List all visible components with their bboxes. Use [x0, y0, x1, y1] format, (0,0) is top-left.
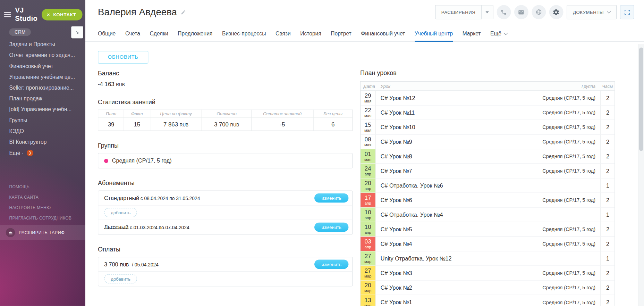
- lesson-table-body: 29 мая C# Урок №12 Средняя (СР/17, 5 год…: [361, 91, 615, 306]
- lesson-group: Средняя (СР/17, 5 год): [542, 197, 600, 203]
- sidebar-menu-item[interactable]: Отчет времени по задач...: [9, 52, 85, 58]
- sidebar-menu-item[interactable]: [old] Управление учебн...: [9, 106, 85, 113]
- sidebar-footer-link[interactable]: КАРТА САЙТА: [9, 195, 71, 200]
- lesson-date-cell: 15 мая: [361, 120, 375, 134]
- stats-col-header: Без цены: [314, 110, 353, 118]
- tab[interactable]: История: [300, 27, 321, 42]
- lesson-name: C# Отработка. Урок №4: [381, 212, 443, 218]
- sidebar-menu-item[interactable]: План продаж: [9, 96, 85, 102]
- tab[interactable]: Учебный центр: [415, 27, 453, 42]
- crm-badge: CRM: [9, 28, 31, 36]
- tab[interactable]: Связи: [276, 27, 291, 42]
- lesson-name: C# Урок №5: [381, 226, 412, 232]
- edit-subscription-button[interactable]: изменить: [314, 193, 348, 202]
- stats-value: 6: [314, 118, 353, 131]
- lesson-row[interactable]: 20 мар C# Урок №2 Средняя (СР/17, 5 год)…: [361, 281, 615, 295]
- lesson-row[interactable]: 10 апр C# Урок №5 Средняя (СР/17, 5 год)…: [361, 222, 615, 237]
- lesson-date-cell: 27 мар: [361, 266, 375, 280]
- refresh-button[interactable]: ОБНОВИТЬ: [98, 51, 149, 63]
- tab[interactable]: Предложения: [178, 27, 212, 42]
- vertical-scrollbar[interactable]: [638, 44, 644, 306]
- lesson-name: C# Урок №12: [381, 95, 415, 101]
- lesson-row[interactable]: 29 мая C# Урок №12 Средняя (СР/17, 5 год…: [361, 91, 615, 106]
- hamburger-menu-icon[interactable]: [4, 11, 11, 18]
- sidebar-menu-item[interactable]: КЭДО: [9, 128, 85, 134]
- lesson-row[interactable]: 20 апр C# Отработка. Урок №6 1: [361, 179, 615, 193]
- globe-icon[interactable]: [532, 5, 546, 19]
- lesson-date-cell: 01 мая: [361, 149, 375, 164]
- lesson-hours: 2: [600, 164, 615, 178]
- mail-icon[interactable]: [514, 5, 528, 19]
- lesson-row[interactable]: 27 мар C# Урок №3 Средняя (СР/17, 5 год)…: [361, 266, 615, 281]
- edit-subscription-button[interactable]: изменить: [314, 223, 348, 232]
- lesson-row[interactable]: 03 апр C# Урок №4 Средняя (СР/17, 5 год)…: [361, 237, 615, 251]
- subscription-row: Стандартныйс 08.04.2024 по 31.05.2024 из…: [98, 191, 352, 206]
- contact-entity-button[interactable]: × КОНТАКТ: [42, 9, 82, 20]
- extensions-button[interactable]: РАСШИРЕНИЯ: [435, 5, 482, 19]
- payment-text: 3 700 RUB / 05.04.2024: [104, 260, 159, 268]
- subscription-text: Льготныйс 01.03.2024 по 07.04.2024: [104, 223, 189, 231]
- lesson-row[interactable]: 01 мая C# Урок №8 Средняя (СР/17, 5 год)…: [361, 149, 615, 164]
- app-logo[interactable]: VJ Studio: [15, 6, 37, 23]
- extensions-dropdown-button[interactable]: [482, 5, 493, 19]
- sidebar-menu-item[interactable]: BI Конструктор: [9, 139, 85, 145]
- phone-icon[interactable]: [497, 5, 511, 19]
- lesson-group: Средняя (СР/17, 5 год): [542, 139, 600, 145]
- tab[interactable]: Общие: [98, 27, 116, 42]
- sidebar-menu-item[interactable]: Группы: [9, 117, 85, 123]
- lesson-row[interactable]: 08 мая C# Урок №9 Средняя (СР/17, 5 год)…: [361, 135, 615, 149]
- tab[interactable]: Маркет: [463, 27, 481, 42]
- tab[interactable]: Ещё: [490, 27, 507, 42]
- stats-col-header: Цена по факту: [150, 110, 202, 118]
- add-payment-button[interactable]: добавить: [104, 274, 137, 283]
- settings-gear-icon[interactable]: [549, 5, 564, 19]
- lesson-hours: 2: [600, 281, 615, 295]
- lesson-row[interactable]: 17 апр C# Урок №6 Средняя (СР/17, 5 год)…: [361, 193, 615, 208]
- sidebar-menu-item[interactable]: Задачи и Проекты: [9, 41, 85, 48]
- sidebar-footer-link[interactable]: ПОМОЩЬ: [9, 185, 71, 189]
- edit-payment-button[interactable]: изменить: [314, 260, 348, 269]
- lesson-table-header: Дата Урок Группа Часы: [361, 82, 615, 91]
- expand-tariff-label: РАСШИРИТЬ ТАРИФ: [19, 230, 65, 235]
- subscription-row: Льготныйс 01.03.2024 по 07.04.2024 измен…: [98, 220, 352, 234]
- currency-label: RUB: [120, 263, 129, 267]
- collapse-sidebar-button[interactable]: [71, 26, 83, 39]
- tab[interactable]: Сделки: [150, 27, 168, 42]
- expand-tariff-button[interactable]: РАСШИРИТЬ ТАРИФ: [0, 225, 85, 240]
- lesson-group: Средняя (СР/17, 5 год): [542, 285, 600, 291]
- tab[interactable]: Бизнес-процессы: [222, 27, 266, 42]
- documents-button[interactable]: ДОКУМЕНТЫ: [567, 5, 617, 19]
- tab[interactable]: Портрет: [331, 27, 351, 42]
- sidebar-footer-link[interactable]: НАСТРОИТЬ МЕНЮ: [9, 206, 71, 210]
- sidebar-menu-item-label: Seller: прогнозирование...: [9, 85, 74, 91]
- close-icon[interactable]: ×: [46, 12, 50, 18]
- balance-title: Баланс: [98, 69, 354, 76]
- edit-title-icon[interactable]: [181, 10, 186, 15]
- lesson-row[interactable]: 24 апр C# Урок №7 Средняя (СР/17, 5 год)…: [361, 164, 615, 179]
- lesson-row[interactable]: 27 мар Unity Отработка. Урок №12 1: [361, 251, 615, 266]
- group-item[interactable]: Средняя (СР/17, 5 год): [98, 153, 353, 168]
- subscriptions-title: Абонементы: [98, 179, 354, 186]
- tab[interactable]: Финансовый учет: [361, 27, 405, 42]
- collapse-arrow-icon: [74, 29, 80, 35]
- tab-content: ОБНОВИТЬ Баланс -4 163 RUB Статистика за…: [85, 42, 644, 306]
- sidebar-menu-item[interactable]: Управление учебным це...: [9, 74, 85, 80]
- sidebar-menu-item-label: План продаж: [9, 96, 42, 102]
- scrollbar-thumb[interactable]: [639, 48, 643, 151]
- col-header-date: Дата: [361, 84, 375, 89]
- sidebar-footer-link[interactable]: ПРИГЛАСИТЬ СОТРУДНИКОВ: [9, 216, 71, 221]
- lesson-row[interactable]: 15 мая C# Урок №10 Средняя (СР/17, 5 год…: [361, 120, 615, 135]
- fullscreen-icon[interactable]: [620, 5, 634, 19]
- sidebar-menu-item[interactable]: Seller: прогнозирование...: [9, 85, 85, 91]
- sidebar-menu-item-label: КЭДО: [9, 128, 24, 134]
- lesson-hours: 2: [600, 266, 615, 280]
- stats-col-header: Факт: [124, 110, 150, 118]
- sidebar-menu-item[interactable]: Финансовый учет: [9, 63, 85, 69]
- tab[interactable]: Счета: [125, 27, 140, 42]
- stats-value: -5: [251, 118, 314, 131]
- lesson-row[interactable]: 22 мая C# Урок №11 Средняя (СР/17, 5 год…: [361, 106, 615, 120]
- sidebar-menu-item[interactable]: Ещё · 3: [9, 150, 85, 156]
- lesson-row[interactable]: 10 апр C# Отработка. Урок №4 1: [361, 208, 615, 222]
- lesson-row[interactable]: 13 мар C# Урок №1 Средняя (СР/17, 5 год)…: [361, 295, 615, 306]
- add-subscription-button[interactable]: добавить: [104, 208, 137, 217]
